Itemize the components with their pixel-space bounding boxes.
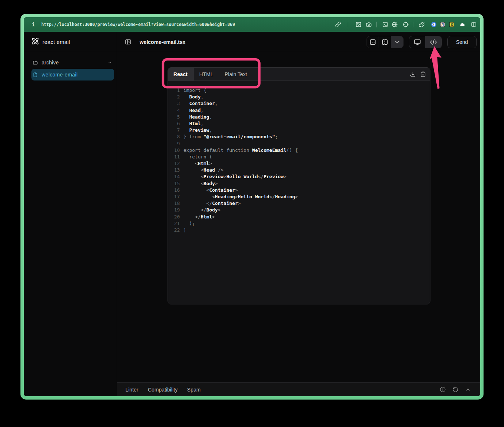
svg-text:R: R (451, 23, 453, 26)
chevron-up-icon[interactable] (465, 386, 471, 393)
link-icon[interactable] (335, 22, 341, 27)
image-icon[interactable] (356, 22, 361, 27)
code-line: 14 <Preview>Hello World</Preview> (168, 173, 430, 180)
page-info-icon[interactable]: i (32, 22, 35, 27)
code-punctuation: > (209, 161, 212, 166)
refresh-icon[interactable] (452, 387, 458, 393)
line-number: 7 (168, 127, 180, 134)
code-line: 17 <Heading>Hello World</Heading> (168, 194, 430, 200)
toolbar-separator (413, 22, 413, 27)
code-punctuation: </ (269, 194, 275, 199)
code-identifier: Head (189, 108, 201, 113)
code-punctuation (183, 127, 189, 133)
code-text: <Heading>Hello World</Heading> (183, 194, 298, 200)
fold-width-button[interactable] (367, 36, 379, 48)
clipboard-icon[interactable] (420, 71, 426, 77)
code-punctuation: < (183, 181, 204, 186)
chevron-down-icon (108, 61, 112, 65)
puzzle-icon[interactable] (419, 22, 425, 27)
r-extension-icon[interactable]: R (449, 22, 455, 27)
code-identifier: Container (209, 187, 235, 193)
code-text: </Html> (183, 214, 215, 220)
line-number: 6 (168, 120, 180, 127)
code-text: </Body> (183, 207, 221, 213)
line-number: 10 (168, 147, 180, 154)
info-icon[interactable] (440, 386, 446, 393)
code-punctuation: , (209, 127, 212, 133)
code-punctuation: , (215, 101, 218, 106)
size-dropdown-button[interactable] (391, 36, 403, 48)
code-text: <Html> (183, 160, 212, 167)
statusbar-tab-spam[interactable]: Spam (187, 387, 201, 393)
cloud-icon[interactable] (459, 22, 465, 27)
onepassword-icon[interactable] (431, 22, 437, 27)
code-identifier: Hello World (226, 174, 258, 179)
code-text: <Head /> (183, 167, 224, 173)
code-punctuation (183, 114, 189, 120)
code-punctuation: > (238, 201, 241, 206)
file-icon (33, 72, 38, 77)
code-line: 2 Body, (168, 94, 430, 100)
tab-html[interactable]: HTML (194, 68, 219, 80)
line-number: 5 (168, 114, 180, 120)
statusbar-tab-linter[interactable]: Linter (125, 387, 139, 393)
code-text: ); (183, 220, 195, 227)
status-bar: LinterCompatibilitySpam (117, 382, 480, 396)
terminal-icon[interactable] (382, 22, 388, 27)
sidebar: archive welcome-email (24, 52, 117, 396)
sidebar-item-welcome-email[interactable]: welcome-email (31, 69, 114, 80)
code-editor[interactable]: 1import {2 Body,3 Container,4 Head,5 Hea… (168, 81, 430, 304)
code-text: Container, (183, 100, 218, 107)
line-number: 2 (168, 94, 180, 100)
code-punctuation: < (183, 174, 204, 179)
code-text: } (183, 227, 186, 233)
code-text: Preview, (183, 127, 212, 134)
code-punctuation: , (201, 108, 204, 113)
send-button[interactable]: Send (447, 36, 477, 48)
code-punctuation: </ (183, 201, 212, 206)
code-line: 10export default function WelcomeEmail()… (168, 147, 430, 154)
download-icon[interactable] (410, 71, 416, 77)
main-header: welcome-email.tsx (117, 32, 480, 52)
screenshot-stage: i http://localhost:3000/preview/welcome-… (0, 0, 504, 427)
code-text: Heading, (183, 114, 212, 120)
sidebar-folder-archive[interactable]: archive (31, 57, 114, 68)
code-punctuation: > (218, 207, 221, 213)
code-punctuation: } (183, 227, 186, 233)
code-identifier: Heading (189, 114, 209, 120)
code-punctuation: > (235, 194, 238, 199)
camera-icon[interactable] (366, 22, 372, 27)
app-header: react email welcome-email.tsx (24, 32, 480, 52)
statusbar-tab-compatibility[interactable]: Compatibility (148, 387, 178, 393)
code-punctuation: /> (215, 167, 223, 173)
code-identifier: Preview (264, 174, 284, 179)
tab-plain-text[interactable]: Plain Text (219, 68, 253, 80)
line-number: 9 (168, 141, 180, 147)
collapse-sidebar-icon[interactable] (125, 39, 131, 45)
address-bar-url[interactable]: http://localhost:3000/preview/welcome-em… (41, 22, 235, 27)
code-identifier: Container (212, 201, 238, 206)
code-identifier: WelcomeEmail (252, 147, 287, 153)
globe-icon[interactable] (392, 22, 398, 27)
split-view-icon[interactable] (471, 22, 477, 27)
code-panel: ReactHTMLPlain Text 1import {2 Body (167, 67, 430, 304)
code-line: 19 </Body> (168, 207, 430, 213)
code-line: 9 (168, 141, 430, 147)
code-line: 16 <Container> (168, 187, 430, 194)
code-identifier: Html (189, 121, 201, 126)
source-code-button[interactable] (425, 36, 442, 48)
crosshair-icon[interactable] (403, 22, 409, 27)
code-punctuation: ; (275, 134, 278, 139)
code-punctuation: , (201, 94, 204, 100)
browser-window: i http://localhost:3000/preview/welcome-… (20, 14, 484, 400)
code-line: 12 <Html> (168, 160, 430, 167)
code-line: 13 <Head /> (168, 167, 430, 173)
fold-height-button[interactable] (379, 36, 391, 48)
tab-react[interactable]: React (168, 68, 194, 80)
code-identifier: Container (189, 101, 215, 106)
code-punctuation: return ( (183, 154, 212, 160)
code-identifier: Body (189, 94, 201, 100)
browser-chrome: i http://localhost:3000/preview/welcome-… (24, 17, 480, 32)
notion-icon[interactable]: N (440, 22, 446, 27)
desktop-preview-button[interactable] (409, 36, 425, 48)
